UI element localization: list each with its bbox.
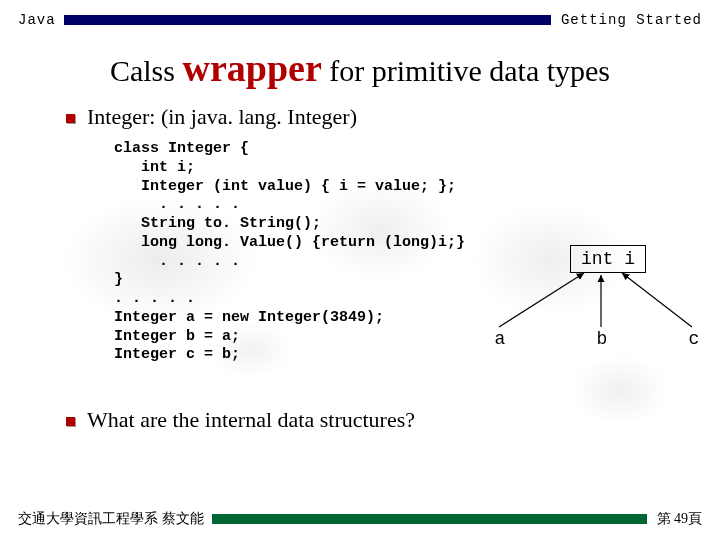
code-block-area: class Integer { int i; Integer (int valu… <box>114 140 674 365</box>
header-left: Java <box>18 12 56 28</box>
var-c: c <box>684 329 704 349</box>
var-a: a <box>490 329 510 349</box>
footer-rule <box>212 514 647 524</box>
bullet-integer: Integer: (in java. lang. Integer) <box>66 104 720 130</box>
header-rule <box>64 15 551 25</box>
var-b: b <box>592 329 612 349</box>
header-right: Getting Started <box>561 12 702 28</box>
title-post: for primitive data types <box>322 54 610 87</box>
bullet-question: What are the internal data structures? <box>66 407 720 433</box>
header-bar: Java Getting Started <box>0 0 720 28</box>
footer-bar: 交通大學資訊工程學系 蔡文能 第 49頁 <box>18 510 702 528</box>
slide-title: Calss wrapper for primitive data types <box>0 46 720 90</box>
title-emphasis: wrapper <box>182 47 321 89</box>
svg-line-0 <box>499 273 584 327</box>
bullet-text: Integer: (in java. lang. Integer) <box>87 104 357 130</box>
title-pre: Calss <box>110 54 183 87</box>
reference-diagram: int i a b c <box>466 245 686 365</box>
footer-left: 交通大學資訊工程學系 蔡文能 <box>18 510 204 528</box>
bullet-icon <box>66 417 75 426</box>
question-text: What are the internal data structures? <box>87 407 415 433</box>
footer-right: 第 49頁 <box>657 510 703 528</box>
svg-line-2 <box>622 273 692 327</box>
bullet-icon <box>66 114 75 123</box>
